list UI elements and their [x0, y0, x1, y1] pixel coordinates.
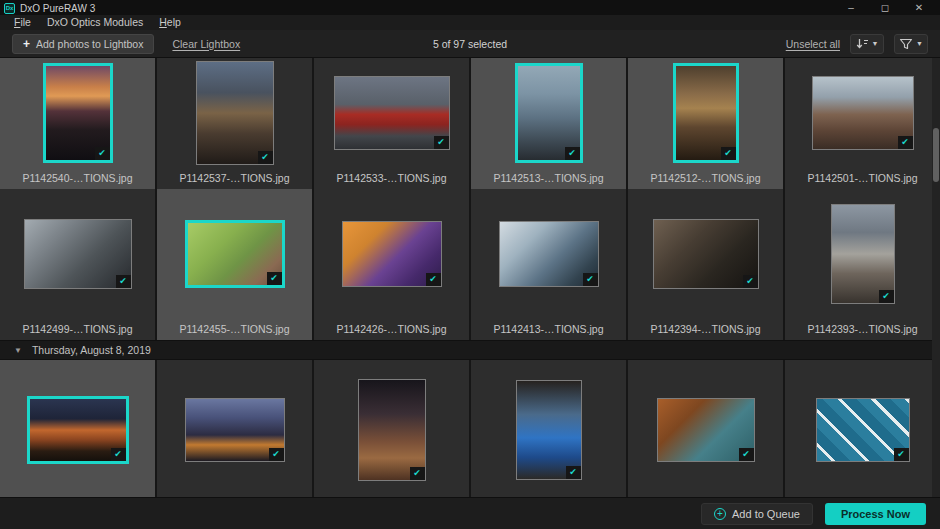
- action-bar: + Add to Queue Process Now: [0, 497, 940, 529]
- checkmark-badge[interactable]: ✔: [898, 136, 913, 149]
- app-window: Dx DxO PureRAW 3 – ◻ ✕ FileDxO Optics Mo…: [0, 0, 940, 529]
- photo-cell[interactable]: ✔: [314, 360, 469, 497]
- checkmark-badge[interactable]: ✔: [111, 448, 126, 461]
- photo-cell[interactable]: ✔ P1142513-…TIONS.jpg: [471, 58, 626, 189]
- photo-cell[interactable]: ✔ P1142512-…TIONS.jpg: [628, 58, 783, 189]
- photo-thumbnail-street-cars[interactable]: ✔: [831, 204, 895, 304]
- photo-filename: P1142540-…TIONS.jpg: [22, 168, 132, 189]
- clear-lightbox-link[interactable]: Clear Lightbox: [172, 38, 240, 50]
- checkmark-badge[interactable]: ✔: [258, 151, 273, 164]
- photo-filename: P1142393-…TIONS.jpg: [807, 319, 917, 340]
- add-photos-button[interactable]: + Add photos to Lightbox: [12, 34, 154, 54]
- checkmark-badge[interactable]: ✔: [116, 275, 131, 288]
- check-icon: ✔: [261, 153, 269, 162]
- date-group-header[interactable]: ▼Thursday, August 8, 2019: [0, 340, 940, 360]
- photo-thumbnail-pansy-flowers[interactable]: ✔: [342, 221, 442, 287]
- photo-filename: P1142513-…TIONS.jpg: [493, 168, 603, 189]
- menu-item-dxo-optics-modules[interactable]: DxO Optics Modules: [39, 15, 151, 30]
- photo-thumbnail-cyclist-bridge[interactable]: ✔: [24, 219, 132, 289]
- photo-cell[interactable]: ✔ P1142413-…TIONS.jpg: [471, 189, 626, 340]
- check-icon: ✔: [586, 275, 594, 284]
- date-group-label: Thursday, August 8, 2019: [32, 344, 151, 356]
- unselect-all-link[interactable]: Unselect all: [786, 38, 840, 50]
- photo-thumbnail-green-leaves[interactable]: ✔: [185, 220, 285, 288]
- menu-item-file[interactable]: File: [6, 15, 39, 30]
- photo-thumbnail-street-dusk[interactable]: ✔: [196, 61, 274, 165]
- photo-cell[interactable]: ✔ P1142455-…TIONS.jpg: [157, 189, 312, 340]
- scrollbar-thumb[interactable]: [933, 128, 939, 182]
- check-icon: ✔: [568, 149, 576, 158]
- photo-thumbnail-house-blossoms[interactable]: ✔: [812, 76, 914, 150]
- photo-filename: P1142413-…TIONS.jpg: [493, 319, 603, 340]
- add-to-queue-button[interactable]: + Add to Queue: [701, 503, 813, 525]
- checkmark-badge[interactable]: ✔: [434, 136, 449, 149]
- menu-bar: FileDxO Optics ModulesHelp: [0, 15, 940, 30]
- check-icon: ✔: [742, 450, 750, 459]
- photo-thumbnail-steering-wheel[interactable]: ✔: [653, 219, 759, 289]
- photo-thumbnail-red-sports-car[interactable]: ✔: [334, 76, 450, 150]
- checkmark-badge[interactable]: ✔: [583, 273, 598, 286]
- filter-button[interactable]: ▼: [894, 34, 928, 54]
- photo-thumbnail-stone-entrance[interactable]: ✔: [673, 63, 739, 163]
- circle-plus-icon: +: [714, 508, 726, 520]
- photo-filename: P1142499-…TIONS.jpg: [22, 319, 132, 340]
- plus-icon: +: [23, 37, 30, 51]
- checkmark-badge[interactable]: ✔: [743, 275, 758, 288]
- sort-order-icon: [856, 38, 869, 50]
- photo-filename: P1142512-…TIONS.jpg: [650, 168, 760, 189]
- photo-cell[interactable]: ✔ P1142540-…TIONS.jpg: [0, 58, 155, 189]
- checkmark-badge[interactable]: ✔: [894, 448, 909, 461]
- checkmark-badge[interactable]: ✔: [565, 147, 580, 160]
- check-icon: ✔: [270, 274, 278, 283]
- close-button[interactable]: ✕: [902, 1, 936, 15]
- check-icon: ✔: [119, 277, 127, 286]
- checkmark-badge[interactable]: ✔: [566, 466, 581, 479]
- photo-thumbnail-crane-tower[interactable]: ✔: [515, 63, 583, 163]
- photo-cell[interactable]: ✔: [0, 360, 155, 497]
- checkmark-badge[interactable]: ✔: [721, 147, 736, 160]
- app-logo-icon: Dx: [4, 3, 15, 14]
- check-icon: ✔: [901, 138, 909, 147]
- photo-thumbnail-sunset-truck[interactable]: ✔: [43, 63, 113, 163]
- photo-cell[interactable]: ✔ P1142533-…TIONS.jpg: [314, 58, 469, 189]
- check-icon: ✔: [98, 149, 106, 158]
- photo-cell[interactable]: ✔: [471, 360, 626, 497]
- checkmark-badge[interactable]: ✔: [269, 448, 284, 461]
- checkmark-badge[interactable]: ✔: [267, 272, 282, 285]
- photo-cell[interactable]: ✔ P1142393-…TIONS.jpg: [785, 189, 940, 340]
- photo-thumbnail-bike-racks[interactable]: ✔: [499, 221, 599, 287]
- photo-cell[interactable]: ✔: [157, 360, 312, 497]
- photo-cell[interactable]: ✔ P1142426-…TIONS.jpg: [314, 189, 469, 340]
- check-icon: ✔: [882, 292, 890, 301]
- photo-thumbnail-night-building[interactable]: ✔: [185, 398, 285, 462]
- toolbar: 5 of 97 selected + Add photos to Lightbo…: [0, 30, 940, 58]
- checkmark-badge[interactable]: ✔: [410, 467, 425, 480]
- checkmark-badge[interactable]: ✔: [739, 448, 754, 461]
- process-now-button[interactable]: Process Now: [825, 503, 926, 525]
- checkmark-badge[interactable]: ✔: [879, 290, 894, 303]
- sort-order-button[interactable]: ▼: [850, 34, 884, 54]
- photo-cell[interactable]: ✔: [628, 360, 783, 497]
- vertical-scrollbar[interactable]: [932, 58, 940, 497]
- checkmark-badge[interactable]: ✔: [426, 273, 441, 286]
- photo-thumbnail-blue-sign-stripes[interactable]: ✔: [816, 398, 910, 462]
- minimize-button[interactable]: –: [834, 1, 868, 15]
- photo-cell[interactable]: ✔ P1142394-…TIONS.jpg: [628, 189, 783, 340]
- checkmark-badge[interactable]: ✔: [95, 147, 110, 160]
- photo-thumbnail-stair-mural[interactable]: ✔: [358, 379, 426, 481]
- collapse-triangle-icon: ▼: [14, 346, 22, 355]
- photo-thumbnail-neon-beer-sign[interactable]: ✔: [27, 396, 129, 464]
- photo-cell[interactable]: ✔ P1142537-…TIONS.jpg: [157, 58, 312, 189]
- window-title: DxO PureRAW 3: [20, 3, 95, 14]
- check-icon: ✔: [746, 277, 754, 286]
- photo-cell[interactable]: ✔: [785, 360, 940, 497]
- photo-thumbnail-blue-mini-mural[interactable]: ✔: [516, 380, 582, 480]
- check-icon: ✔: [569, 468, 577, 477]
- lightbox-grid-area: ✔ P1142540-…TIONS.jpg ✔ P1142537-…TIONS.…: [0, 58, 940, 497]
- photo-cell[interactable]: ✔ P1142501-…TIONS.jpg: [785, 58, 940, 189]
- photo-thumbnail-copper-pipes[interactable]: ✔: [657, 398, 755, 462]
- title-bar: Dx DxO PureRAW 3 – ◻ ✕: [0, 0, 940, 15]
- maximize-button[interactable]: ◻: [868, 1, 902, 15]
- menu-item-help[interactable]: Help: [151, 15, 189, 30]
- photo-cell[interactable]: ✔ P1142499-…TIONS.jpg: [0, 189, 155, 340]
